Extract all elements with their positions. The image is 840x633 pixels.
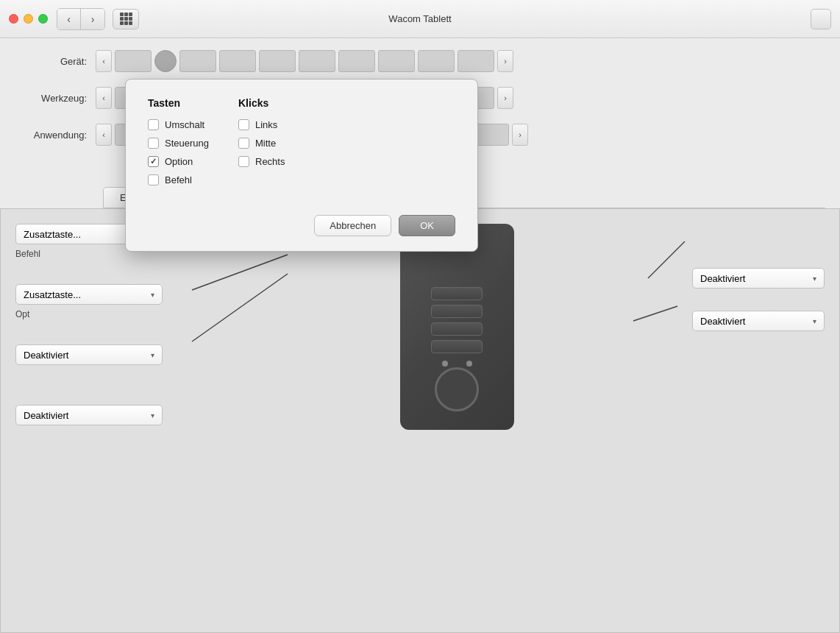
nav-buttons: ‹ › <box>57 8 105 30</box>
checkbox-mitte-row: Mitte <box>238 138 285 149</box>
checkbox-befehl-row: Befehl <box>148 174 209 185</box>
umschalt-label: Umschalt <box>165 119 204 130</box>
grid-icon <box>120 13 132 25</box>
traffic-lights <box>9 14 48 24</box>
modal-col-klicks: Klicks Links Mitte Rechts <box>238 97 285 193</box>
checkbox-umschalt-row: Umschalt <box>148 119 209 130</box>
mitte-label: Mitte <box>255 138 276 149</box>
checkbox-links-row: Links <box>238 119 285 130</box>
mitte-checkbox[interactable] <box>238 138 249 149</box>
maximize-button[interactable] <box>38 14 48 24</box>
forward-button[interactable]: › <box>81 9 104 29</box>
befehl-label: Befehl <box>165 174 192 185</box>
option-label: Option <box>165 156 193 167</box>
window-control-right[interactable] <box>811 9 831 29</box>
cancel-button[interactable]: Abbrechen <box>314 215 391 236</box>
modal-columns: Tasten Umschalt Steuerung Option <box>148 97 455 193</box>
close-button[interactable] <box>9 14 18 24</box>
steuerung-checkbox[interactable] <box>148 138 159 149</box>
ok-button[interactable]: OK <box>399 215 455 236</box>
umschalt-checkbox[interactable] <box>148 119 159 130</box>
option-checkbox[interactable] <box>148 156 159 167</box>
checkbox-rechts-row: Rechts <box>238 156 285 167</box>
tasten-title: Tasten <box>148 97 209 109</box>
links-checkbox[interactable] <box>238 119 249 130</box>
rechts-checkbox[interactable] <box>238 156 249 167</box>
modal-dialog: Tasten Umschalt Steuerung Option <box>125 79 478 252</box>
checkbox-steuerung-row: Steuerung <box>148 138 209 149</box>
modal-buttons: Abbrechen OK <box>148 215 455 236</box>
checkbox-option-row: Option <box>148 156 209 167</box>
title-bar: ‹ › Wacom Tablett <box>0 0 840 38</box>
minimize-button[interactable] <box>24 14 33 24</box>
main-content: Gerät: ‹ › Werkzeug: ‹ <box>0 38 840 633</box>
klicks-title: Klicks <box>238 97 285 109</box>
back-button[interactable]: ‹ <box>57 9 81 29</box>
befehl-checkbox[interactable] <box>148 174 159 185</box>
links-label: Links <box>255 119 277 130</box>
rechts-label: Rechts <box>255 156 285 167</box>
grid-button[interactable] <box>113 9 139 29</box>
modal-col-tasten: Tasten Umschalt Steuerung Option <box>148 97 209 193</box>
modal-overlay: Tasten Umschalt Steuerung Option <box>0 38 840 633</box>
steuerung-label: Steuerung <box>165 138 209 149</box>
window-title: Wacom Tablett <box>388 13 451 24</box>
